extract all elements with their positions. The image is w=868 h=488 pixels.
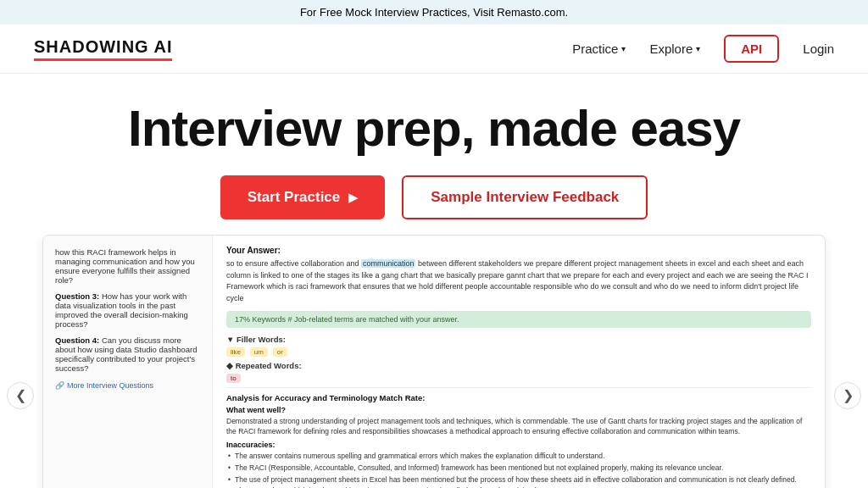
- filler-tag-um: um: [250, 347, 268, 357]
- login-button[interactable]: Login: [803, 42, 834, 56]
- card-right-panel: Your Answer: so to ensure affective coll…: [213, 236, 825, 488]
- your-answer-label: Your Answer:: [226, 246, 811, 255]
- inaccuracy-2: The RACI (Responsible, Accountable, Cons…: [235, 463, 811, 474]
- analysis-title: Analysis for Accuracy and Terminology Ma…: [226, 393, 811, 402]
- preview-scroll: ❮ how this RACI framework helps in manag…: [0, 235, 868, 488]
- prev-arrow-button[interactable]: ❮: [7, 382, 34, 409]
- question-1: how this RACI framework helps in managin…: [55, 247, 200, 285]
- nav-practice[interactable]: Practice ▾: [572, 42, 626, 56]
- analysis-section: Analysis for Accuracy and Terminology Ma…: [226, 387, 811, 488]
- keyword-bar: 17% Keywords # Job-related terms are mat…: [226, 311, 811, 328]
- filler-words-section: ▼ Filler Words: like um or: [226, 335, 811, 356]
- preview-card: how this RACI framework helps in managin…: [42, 235, 826, 488]
- inaccuracy-3: The use of project management sheets in …: [235, 475, 811, 485]
- card-left-panel: how this RACI framework helps in managin…: [43, 236, 213, 488]
- question-4: Question 4: Can you discuss more about h…: [55, 336, 200, 373]
- inaccuracies-title: Inaccuracies:: [226, 441, 811, 449]
- hero-heading: Interview prep, made easy: [0, 101, 868, 157]
- link-icon: 🔗: [55, 381, 64, 390]
- chevron-right-icon: ❯: [843, 387, 854, 403]
- nav-explore[interactable]: Explore ▾: [649, 42, 700, 56]
- preview-area: ❮ how this RACI framework helps in manag…: [0, 235, 868, 488]
- api-button[interactable]: API: [724, 35, 779, 63]
- sample-feedback-button[interactable]: Sample Interview Feedback: [402, 175, 648, 219]
- filler-tag-like: like: [226, 347, 245, 357]
- inaccuracy-1: The answer contains numerous spelling an…: [235, 452, 811, 462]
- banner-text: For Free Mock Interview Practices, Visit…: [300, 6, 568, 19]
- navbar: SHADOWING AI Practice ▾ Explore ▾ API Lo…: [0, 25, 868, 74]
- repeated-words-section: ◆ Repeated Words: to: [226, 361, 811, 382]
- answer-text: so to ensure affective collaboration and…: [226, 258, 811, 304]
- chevron-down-icon: ▾: [621, 44, 626, 53]
- repeated-tag-to: to: [226, 374, 241, 383]
- start-practice-button[interactable]: Start Practice ▶: [220, 175, 386, 219]
- next-arrow-button[interactable]: ❯: [834, 382, 861, 409]
- went-well-title: What went well?: [226, 406, 811, 414]
- more-questions-link[interactable]: 🔗 More Interview Questions: [55, 381, 200, 390]
- top-banner: For Free Mock Interview Practices, Visit…: [0, 0, 868, 25]
- highlighted-word: communication: [361, 259, 416, 268]
- chevron-left-icon: ❮: [15, 387, 26, 403]
- play-icon: ▶: [348, 191, 358, 204]
- chevron-down-icon: ▾: [696, 44, 700, 53]
- question-3: Question 3: How has your work with data …: [55, 291, 200, 329]
- filler-tag-or: or: [273, 347, 287, 357]
- hero-buttons: Start Practice ▶ Sample Interview Feedba…: [0, 175, 868, 219]
- repeated-words-label: ◆ Repeated Words:: [226, 361, 811, 370]
- nav-links: Practice ▾ Explore ▾ API Login: [572, 35, 834, 63]
- hero-section: Interview prep, made easy Start Practice…: [0, 74, 868, 235]
- logo[interactable]: SHADOWING AI: [34, 37, 172, 61]
- went-well-text: Demonstrated a strong understanding of p…: [226, 417, 811, 437]
- filler-words-label: ▼ Filler Words:: [226, 335, 811, 344]
